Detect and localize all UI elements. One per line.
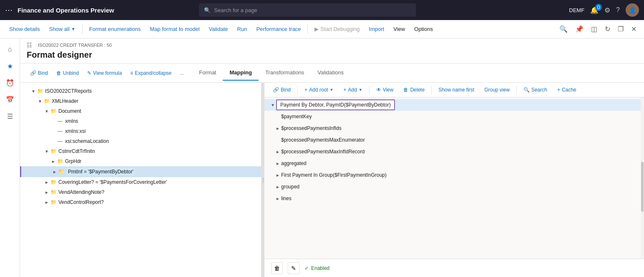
trash-status-icon: 🗑: [274, 265, 280, 272]
expand-icon-m5: ►: [274, 148, 281, 155]
pin-icon[interactable]: 📌: [573, 23, 586, 36]
add-root-button[interactable]: + Add root ▼: [301, 85, 337, 94]
expand-icon-xsi-schema: [50, 138, 57, 145]
settings-icon[interactable]: ⚙: [604, 6, 610, 14]
validate-button[interactable]: Validate: [205, 23, 232, 35]
global-search[interactable]: 🔍: [199, 3, 416, 17]
mapping-item-lines[interactable]: ► lines: [264, 193, 641, 204]
mapping-item-processed-max-inf[interactable]: ► $processedPaymentsMaxInfIdRecord: [264, 146, 641, 158]
folder-icon-xmlheader: 📁: [43, 98, 50, 104]
folder-icon-grphdr: 📁: [57, 158, 63, 165]
mapping-item-processed-ids[interactable]: ► $processedPaymentsInfIds: [264, 122, 641, 134]
panel-icon[interactable]: ◫: [589, 23, 600, 36]
grid-icon[interactable]: ⋯: [5, 5, 13, 15]
mapping-bind-label: Bind: [281, 87, 291, 93]
sidebar-item-star[interactable]: ★: [3, 58, 18, 74]
tree-item-grphdr[interactable]: ► 📁 GrpHdr: [20, 156, 261, 166]
tab-validations[interactable]: Validations: [311, 65, 350, 81]
content-area: ☷ ISO20022 CREDIT TRANSFER : 50 Format d…: [20, 38, 644, 277]
tree-item-vend-control[interactable]: ► 📁 VendControlReport?: [20, 197, 261, 207]
mapping-item-root[interactable]: ▼ Payment By Debtor, PaymID($PaymentByDe…: [264, 99, 641, 111]
search-icon-mapping: 🔍: [523, 87, 530, 93]
mapping-item-aggregated[interactable]: ► aggregated: [264, 158, 641, 169]
popout-icon[interactable]: ❐: [615, 23, 626, 36]
add-button[interactable]: + Add ▼: [340, 85, 365, 94]
tab-transformations[interactable]: Transformations: [259, 65, 311, 81]
show-details-label: Show details: [9, 26, 40, 32]
edit-status-button[interactable]: ✎: [288, 262, 299, 274]
refresh-icon[interactable]: ↻: [602, 23, 613, 36]
tree-item-pmtinf[interactable]: ► 📁 PmtInf = '$PaymentByDebtor': [20, 166, 261, 177]
search-input[interactable]: [214, 7, 411, 13]
mapping-item-first-payment[interactable]: ► First Payment In Group($FirstPaymentIn…: [264, 169, 641, 181]
mapping-item-processed-max-enum[interactable]: $processedPaymentsMaxEnumerator: [264, 134, 641, 146]
field-icon-xsi-schema: —: [57, 138, 63, 145]
command-bar: Show details Show all ▼ Format enumerati…: [0, 20, 644, 38]
start-debugging-button[interactable]: ▶ Start Debugging: [310, 23, 364, 35]
tab-mapping[interactable]: Mapping: [223, 65, 258, 81]
cache-button[interactable]: + Cache: [554, 85, 580, 94]
tree-item-root[interactable]: ▼ 📁 ISO20022CTReports: [20, 86, 261, 96]
tree-item-xmlheader[interactable]: ▼ 📁 XMLHeader: [20, 96, 261, 106]
mapping-item-grouped-label: grouped: [281, 184, 299, 190]
show-name-first-label: Show name first: [438, 87, 474, 93]
vertical-scrollbar[interactable]: [641, 97, 644, 259]
map-format-to-model-button[interactable]: Map format to model: [146, 23, 204, 35]
delete-status-button[interactable]: 🗑: [271, 262, 283, 274]
help-icon[interactable]: ?: [616, 6, 620, 14]
tree-item-xmlns[interactable]: — xmlns: [20, 116, 261, 126]
delete-button[interactable]: 🗑 Delete: [400, 85, 428, 94]
sidebar-item-home[interactable]: ⌂: [3, 42, 18, 57]
expand-icon-m1: ▼: [269, 102, 276, 108]
sidebar-item-clock[interactable]: ⏰: [3, 75, 18, 90]
tree-item-xsi-schema[interactable]: — xsi:schemaLocation: [20, 136, 261, 146]
mapping-item-payment-key[interactable]: $paymentKey: [264, 111, 641, 122]
notifications[interactable]: 🔔 0: [590, 6, 599, 14]
folder-icon-document: 📁: [50, 108, 57, 114]
tree-item-xmlns-xsi[interactable]: — xmlns:xsi: [20, 126, 261, 136]
page-title: Format designer: [27, 50, 637, 63]
format-enumerations-button[interactable]: Format enumerations: [85, 23, 145, 35]
mapping-item-grouped[interactable]: ► grouped: [264, 181, 641, 193]
user-avatar[interactable]: 👤: [626, 3, 639, 17]
bind-button[interactable]: 🔗 Bind: [27, 69, 51, 78]
tree-item-document[interactable]: ▼ 📁 Document: [20, 106, 261, 116]
map-format-label: Map format to model: [150, 26, 199, 32]
expand-icon-vend-control: ►: [43, 199, 50, 206]
top-nav-bar: ⋯ Finance and Operations Preview 🔍 DEMF …: [0, 0, 644, 20]
tree-item-vend-control-label: VendControlReport?: [58, 199, 104, 205]
more-button[interactable]: ...: [176, 69, 187, 78]
unbind-button[interactable]: 🗑 Unbind: [53, 69, 82, 78]
sidebar-item-list[interactable]: ☰: [3, 109, 18, 124]
tree-item-cstmr[interactable]: ▼ 📁 CstmrCdtTrfInitn: [20, 146, 261, 156]
show-details-button[interactable]: Show details: [5, 23, 44, 35]
search-mapping-label: Search: [531, 87, 547, 93]
performance-trace-button[interactable]: Performance trace: [252, 23, 305, 35]
sidebar-item-calendar[interactable]: 📅: [3, 92, 18, 107]
tab-format[interactable]: Format: [192, 65, 223, 81]
cache-label: Cache: [562, 87, 576, 93]
import-button[interactable]: Import: [365, 23, 388, 35]
show-name-first-button[interactable]: Show name first: [435, 85, 478, 94]
performance-trace-label: Performance trace: [256, 26, 301, 32]
tree-item-vend-attending[interactable]: ► 📁 VendAttendingNote?: [20, 187, 261, 197]
expand-collapse-button[interactable]: ≡ Expand/collapse: [127, 69, 175, 78]
search-mapping-button[interactable]: 🔍 Search: [520, 85, 551, 94]
search-cmd-icon[interactable]: 🔍: [557, 23, 570, 36]
resize-dots: [263, 178, 264, 182]
scrollbar-thumb[interactable]: [641, 162, 644, 212]
tree-item-covering[interactable]: ► 📁 CoveringLetter? = '$PaymentsForCover…: [20, 177, 261, 187]
expand-icon-vend-attending: ►: [43, 189, 50, 196]
close-icon[interactable]: ✕: [629, 23, 639, 36]
run-button[interactable]: Run: [233, 23, 252, 35]
mt-sep-4: [516, 86, 517, 94]
view-mapping-button[interactable]: 👁 View: [373, 85, 397, 94]
group-view-button[interactable]: Group view: [481, 85, 513, 94]
filter-icon[interactable]: ☷: [27, 42, 32, 48]
mapping-bind-button[interactable]: 🔗 Bind: [269, 85, 294, 94]
view-button[interactable]: View: [389, 23, 409, 35]
expand-icon-covering: ►: [43, 179, 50, 186]
view-formula-button[interactable]: ✎ View formula: [84, 69, 125, 78]
show-all-button[interactable]: Show all ▼: [45, 23, 80, 35]
options-button[interactable]: Options: [410, 23, 437, 35]
